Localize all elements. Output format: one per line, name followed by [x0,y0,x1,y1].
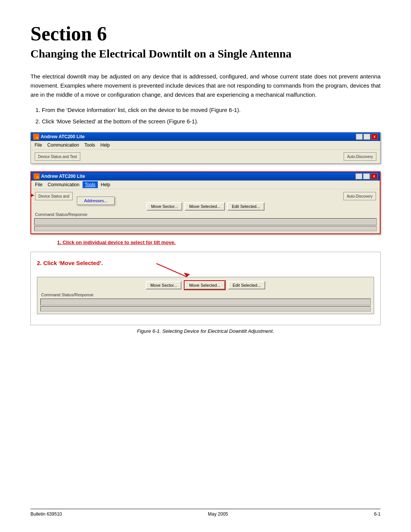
device-status-label-2: Device Status and [38,194,69,198]
device-status-label-1: Device Status and Test [38,155,77,159]
svg-rect-3 [37,176,38,178]
figure-caption: Figure 6-1. Selecting Device for Electri… [30,328,381,334]
window-title-2: Andrew ATC200 Lite [41,174,85,179]
tools-dropdown: Addresses... [77,197,115,205]
auto-discovery-label-2: Auto-Discovery [347,194,373,198]
auto-discovery-group-2: Auto-Discovery [343,192,376,200]
body-paragraph: The electrical downtilt may be adjusted … [30,72,381,99]
maximize-btn[interactable]: □ [363,134,370,140]
command-status-label-3: Command Status/Response [39,292,372,298]
move-selected-btn-3[interactable]: Move Selected... [185,281,225,289]
screenshot-3: 2. Click ‘Move Selected’. Move Sector...… [30,252,381,325]
screenshot-2: Andrew ATC200 Lite _ □ X File Communicat… [30,171,381,246]
status-panel-3 [40,306,371,312]
svg-rect-1 [36,137,38,139]
svg-rect-0 [34,135,36,137]
svg-rect-2 [35,174,37,176]
edit-selected-btn-2[interactable]: Edit Selected... [227,202,264,211]
maximize-btn-2[interactable]: □ [363,173,370,179]
svg-line-4 [156,264,187,277]
window-title-1: Andrew ATC200 Lite [41,134,84,139]
app-icon [33,134,39,140]
device-status-group-1: Device Status and Test [35,152,80,161]
command-status-bar-3 [40,299,371,305]
steps-list: From the ‘Device Information’ list, clic… [30,105,381,126]
screenshot-1: Andrew ATC200 Lite _ □ X File Communicat… [30,132,381,164]
command-status-label-2: Command Status/Response [33,211,378,217]
menu-tools-2[interactable]: Tools [83,181,98,188]
move-sector-btn-3[interactable]: Move Sector... [146,281,182,289]
move-sector-btn-2[interactable]: Move Sector... [147,202,182,211]
auto-discovery-group-1: Auto-Discovery [344,152,376,161]
menu-comm-1[interactable]: Communication [45,142,81,149]
command-status-bar-2 [34,218,377,225]
menu-help-2[interactable]: Help [99,181,113,188]
arrow-svg [153,256,198,279]
menu-help-1[interactable]: Help [98,142,112,149]
footer-left: Bulletin 639510 [30,511,62,517]
annotation-2: 2. Click ‘Move Selected’. [37,260,374,266]
section-title: Changing the Electrical Downtilt on a Si… [30,47,381,61]
move-selected-highlight: Move Selected... [184,280,226,290]
footer-right: 6-1 [374,511,381,517]
menu-file-2[interactable]: File [33,181,45,188]
footer-center: May 2005 [208,511,228,517]
move-selected-btn-2[interactable]: Move Selected... [185,202,225,211]
close-btn[interactable]: X [371,134,378,140]
annotation-1: 1. Click on individual device to select … [57,240,175,245]
minimize-btn-2[interactable]: _ [355,173,362,179]
edit-selected-btn-3[interactable]: Edit Selected... [228,281,265,289]
step-1: From the ‘Device Information’ list, clic… [42,105,381,115]
device-status-group-2: Device Status and [35,192,73,200]
app-icon-2 [33,173,40,179]
menu-file-1[interactable]: File [32,142,44,149]
section-number: Section 6 [30,23,381,45]
close-btn-2[interactable]: X [371,173,378,179]
menu-tools-1[interactable]: Tools [82,142,97,149]
minimize-btn[interactable]: _ [356,134,363,140]
addresses-menu-item[interactable]: Addresses... [78,198,113,204]
step-2: Click ‘Move Selected’ at the bottom of t… [42,117,381,126]
auto-discovery-label-1: Auto-Discovery [347,155,373,159]
menu-comm-2[interactable]: Communication [45,181,81,188]
status-panel-2 [34,226,377,231]
footer: Bulletin 639510 May 2005 6-1 [30,509,381,517]
